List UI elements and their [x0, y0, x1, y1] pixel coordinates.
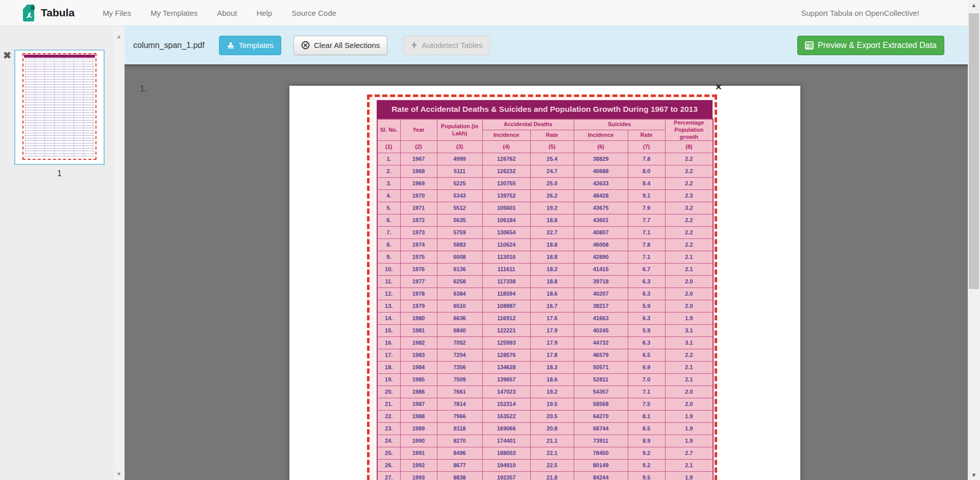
thumbnail-table-title	[24, 55, 95, 58]
toolbar: column_span_1.pdf Templates Clear All Se…	[125, 26, 968, 64]
scroll-up-icon[interactable]: ▲	[968, 2, 980, 8]
pdf-page[interactable]: Rate of Accidental Deaths & Suicides and…	[289, 86, 800, 480]
scroll-down-icon[interactable]: ▼	[968, 472, 980, 478]
page-marker: 1.	[140, 84, 147, 94]
thumbnail-page-number: 1	[14, 169, 105, 178]
nav-link-about[interactable]: About	[207, 0, 247, 26]
tabula-logo-icon	[22, 5, 36, 21]
nav-links: My FilesMy TemplatesAboutHelpSource Code	[93, 0, 346, 26]
preview-export-button[interactable]: Preview & Export Extracted Data	[797, 36, 944, 55]
filename-label: column_span_1.pdf	[133, 41, 205, 50]
navbar: Tabula My FilesMy TemplatesAboutHelpSour…	[0, 0, 968, 26]
templates-label: Templates	[239, 41, 274, 50]
nav-link-my-files[interactable]: My Files	[93, 0, 141, 26]
table-icon	[805, 41, 814, 50]
nav-link-help[interactable]: Help	[247, 0, 282, 26]
sidebar-scrollbar[interactable]: ▲ ▼	[113, 26, 125, 480]
clear-selections-label: Clear All Selections	[314, 41, 380, 50]
nav-link-my-templates[interactable]: My Templates	[141, 0, 207, 26]
support-link[interactable]: Support Tabula on OpenCollective!	[801, 9, 919, 17]
nav-link-source-code[interactable]: Source Code	[282, 0, 346, 26]
circle-x-icon	[301, 41, 310, 50]
autodetect-tables-button[interactable]: Autodetect Tables	[403, 36, 490, 55]
sidebar-scroll-up-icon[interactable]: ▲	[113, 33, 125, 39]
selection-close-icon[interactable]: ✕	[715, 83, 722, 91]
brand[interactable]: Tabula	[22, 5, 75, 21]
preview-export-label: Preview & Export Extracted Data	[818, 41, 937, 50]
brand-name: Tabula	[41, 7, 75, 19]
sidebar: ✖ 1	[0, 26, 113, 480]
page-thumbnail-preview	[22, 53, 96, 160]
sidebar-scroll-down-icon[interactable]: ▼	[113, 471, 125, 477]
clear-selections-button[interactable]: Clear All Selections	[293, 36, 387, 55]
vertical-scrollbar[interactable]: ▲ ▼	[968, 0, 980, 480]
page-close-icon[interactable]: ✖	[3, 51, 11, 60]
thumbnail-table-rows	[25, 59, 94, 157]
page-thumbnail[interactable]	[14, 50, 105, 165]
lightning-bolt-icon	[411, 41, 418, 50]
pdf-canvas: 1. Rate of Accidental Deaths & Suicides …	[125, 64, 968, 480]
selection-box[interactable]	[367, 94, 717, 480]
templates-button[interactable]: Templates	[219, 36, 281, 55]
autodetect-tables-label: Autodetect Tables	[422, 41, 482, 50]
stamp-icon	[227, 41, 235, 50]
scrollbar-thumb[interactable]	[969, 13, 979, 289]
